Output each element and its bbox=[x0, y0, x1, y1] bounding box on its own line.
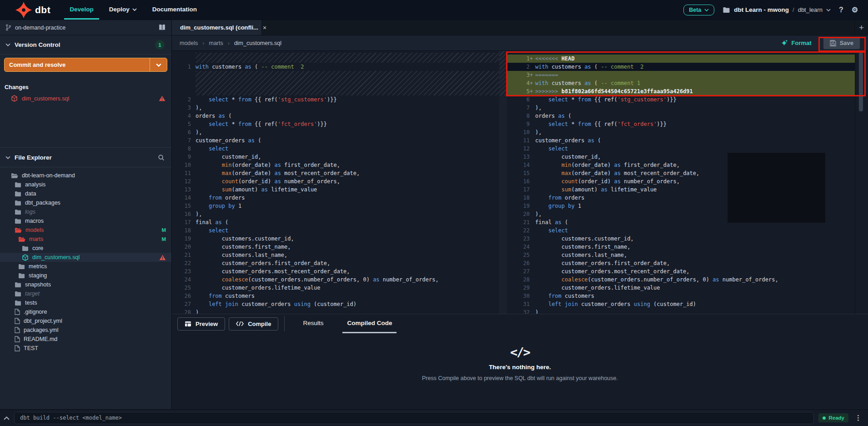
version-control-section[interactable]: Version Control 1 bbox=[0, 35, 171, 55]
code-line[interactable]: 11 customer_orders as ( bbox=[507, 136, 855, 145]
tree-item-dbt-project-yml[interactable]: dbt_project.yml bbox=[0, 316, 171, 326]
tree-item-dim-customers-sql[interactable]: dim_customers.sql bbox=[0, 253, 171, 262]
kebab-menu-icon[interactable]: ⋮ bbox=[853, 414, 863, 422]
breadcrumb-item[interactable]: marts bbox=[209, 40, 223, 46]
tab-results[interactable]: Results bbox=[298, 314, 328, 333]
breadcrumb-item[interactable]: dim_customers.sql bbox=[234, 40, 281, 46]
code-line[interactable]: 8 orders as ( bbox=[507, 112, 855, 120]
tab-compiled-code[interactable]: Compiled Code bbox=[342, 314, 396, 333]
tree-item-logs[interactable]: logs bbox=[0, 207, 171, 216]
code-line[interactable]: 5 select * from {{ ref('fct_orders')}} bbox=[172, 120, 499, 128]
code-line[interactable]: 10 ), bbox=[507, 128, 855, 136]
code-line[interactable]: 22 select bbox=[507, 226, 855, 235]
tree-item-macros[interactable]: macros bbox=[0, 216, 171, 226]
tree-item-core[interactable]: core bbox=[0, 244, 171, 253]
save-button[interactable]: Save bbox=[823, 37, 860, 49]
docs-book-icon[interactable] bbox=[158, 24, 166, 31]
code-line[interactable]: 31 left join customer_orders using (cust… bbox=[507, 300, 855, 308]
code-line[interactable]: 5+>>>>>>> b81f802a66fd544504c65721e3ffaa… bbox=[507, 87, 855, 95]
code-line[interactable]: 25 customers.last_name, bbox=[507, 251, 855, 259]
code-line[interactable]: 12 count(order_id) as number_of_orders, bbox=[172, 177, 499, 185]
tree-item-metrics[interactable]: metrics bbox=[0, 262, 171, 271]
code-line[interactable]: 1with customers as ( -- comment 2 bbox=[172, 63, 499, 71]
tree-item-data[interactable]: data bbox=[0, 189, 171, 198]
code-line[interactable]: 22 customer_orders.first_order_date, bbox=[172, 259, 499, 267]
tree-item-test[interactable]: TEST bbox=[0, 344, 171, 353]
code-line[interactable]: 20 customers.first_name, bbox=[172, 243, 499, 251]
tree-item-readme-md[interactable]: README.md bbox=[0, 335, 171, 344]
code-line[interactable]: 8 select bbox=[172, 145, 499, 153]
code-line[interactable]: 17final as ( bbox=[172, 218, 499, 226]
command-input[interactable] bbox=[14, 412, 814, 424]
tree-item-target[interactable]: target bbox=[0, 289, 171, 298]
code-line[interactable]: 7 ), bbox=[507, 104, 855, 112]
code-line[interactable]: 3), bbox=[172, 104, 499, 112]
code-line[interactable]: 29 customer_orders.lifetime_value bbox=[507, 284, 855, 292]
format-button[interactable]: Format bbox=[781, 40, 812, 46]
editor-pane-divider[interactable] bbox=[499, 51, 507, 314]
code-line[interactable]: 24 coalesce(customer_orders.number_of_or… bbox=[172, 276, 499, 284]
code-line[interactable]: 15 group by 1 bbox=[172, 202, 499, 210]
scrollbar-thumb[interactable] bbox=[859, 52, 863, 111]
commit-dropdown-toggle[interactable] bbox=[150, 58, 167, 71]
preview-button[interactable]: Preview bbox=[177, 317, 225, 331]
gear-icon[interactable]: ⚙ bbox=[852, 5, 858, 14]
code-line[interactable]: 14 from orders bbox=[172, 194, 499, 202]
branch-row[interactable]: on-demand-practice bbox=[0, 20, 171, 35]
code-line[interactable]: 7customer_orders as ( bbox=[172, 136, 499, 145]
nav-item-documentation[interactable]: Documentation bbox=[147, 0, 202, 20]
code-line[interactable]: 4+with customers as ( -- comment 1 bbox=[507, 79, 855, 87]
code-line[interactable]: 12 select bbox=[507, 145, 855, 153]
tab-dim-customers[interactable]: dim_customers.sql (confli... × bbox=[172, 20, 262, 35]
code-line[interactable]: 10 min(order_date) as first_order_date, bbox=[172, 161, 499, 169]
editor-scrollbar[interactable] bbox=[855, 51, 868, 314]
search-icon[interactable] bbox=[158, 154, 165, 161]
code-line[interactable]: 26 customer_orders.first_order_date, bbox=[507, 259, 855, 267]
changed-file-row[interactable]: dim_customers.sql bbox=[0, 94, 171, 103]
code-line[interactable]: 11 max(order_date) as most_recent_order_… bbox=[172, 169, 499, 177]
compile-button[interactable]: Compile bbox=[229, 317, 278, 331]
code-line[interactable]: 3+======= bbox=[507, 71, 855, 79]
code-line[interactable]: 28 coalesce(customer_orders.number_of_or… bbox=[507, 276, 855, 284]
code-line[interactable]: 23 customers.customer_id, bbox=[507, 235, 855, 243]
code-line[interactable]: 2 select * from {{ ref('stg_customers')}… bbox=[172, 95, 499, 104]
code-line[interactable]: 23 customer_orders.most_recent_order_dat… bbox=[172, 267, 499, 276]
code-line[interactable]: 9 select * from {{ ref('fct_orders')}} bbox=[507, 120, 855, 128]
tree-item-tests[interactable]: tests bbox=[0, 298, 171, 307]
code-line[interactable]: 13 sum(amount) as lifetime_value bbox=[172, 185, 499, 194]
tree-item-dbt-learn-on-demand[interactable]: dbt-learn-on-demand bbox=[0, 171, 171, 180]
tree-item-snapshots[interactable]: snapshots bbox=[0, 280, 171, 289]
file-explorer-section[interactable]: File Explorer bbox=[0, 147, 171, 167]
commit-and-resolve-button[interactable]: Commit and resolve bbox=[4, 58, 167, 72]
tree-item-dbt-packages[interactable]: dbt_packages bbox=[0, 198, 171, 207]
help-icon[interactable]: ? bbox=[839, 6, 843, 14]
code-line[interactable]: 30 from customers bbox=[507, 292, 855, 300]
tree-item-models[interactable]: modelsM bbox=[0, 226, 171, 235]
tree-item-analysis[interactable]: analysis bbox=[0, 180, 171, 189]
code-line[interactable]: 27 left join customer_orders using (cust… bbox=[172, 300, 499, 308]
project-selector[interactable]: dbt Learn - mwong / dbt_learn bbox=[722, 6, 831, 13]
dbt-logo[interactable]: dbt bbox=[0, 0, 64, 20]
code-line[interactable]: 32 ) bbox=[507, 308, 855, 314]
code-line[interactable]: 28) bbox=[172, 308, 499, 314]
code-line[interactable]: 21 customers.last_name, bbox=[172, 251, 499, 259]
code-line[interactable]: 4orders as ( bbox=[172, 112, 499, 120]
code-line[interactable]: 1+<<<<<<< HEAD bbox=[507, 55, 855, 63]
editor-pane-left[interactable]: 1with customers as ( -- comment 22 selec… bbox=[172, 51, 499, 314]
breadcrumb-item[interactable]: models bbox=[180, 40, 198, 46]
tree-item-marts[interactable]: martsM bbox=[0, 235, 171, 244]
code-line[interactable]: 9 customer_id, bbox=[172, 153, 499, 161]
code-line[interactable]: 26 from customers bbox=[172, 292, 499, 300]
code-line[interactable]: 25 customer_orders.lifetime_value bbox=[172, 284, 499, 292]
code-line[interactable]: 18 select bbox=[172, 226, 499, 235]
code-line[interactable]: 6 select * from {{ ref('stg_customers')}… bbox=[507, 95, 855, 104]
code-line[interactable]: 19 customers.customer_id, bbox=[172, 235, 499, 243]
nav-item-deploy[interactable]: Deploy bbox=[104, 0, 142, 20]
nav-item-develop[interactable]: Develop bbox=[64, 0, 99, 20]
tree-item--gitignore[interactable]: .gitignore bbox=[0, 307, 171, 316]
code-line[interactable]: 2 with customers as ( -- comment 2 bbox=[507, 63, 855, 71]
new-tab-button[interactable]: + bbox=[854, 20, 868, 35]
code-line[interactable]: 6), bbox=[172, 128, 499, 136]
chevron-up-icon[interactable] bbox=[4, 416, 10, 420]
code-line[interactable]: 24 customers.first_name, bbox=[507, 243, 855, 251]
